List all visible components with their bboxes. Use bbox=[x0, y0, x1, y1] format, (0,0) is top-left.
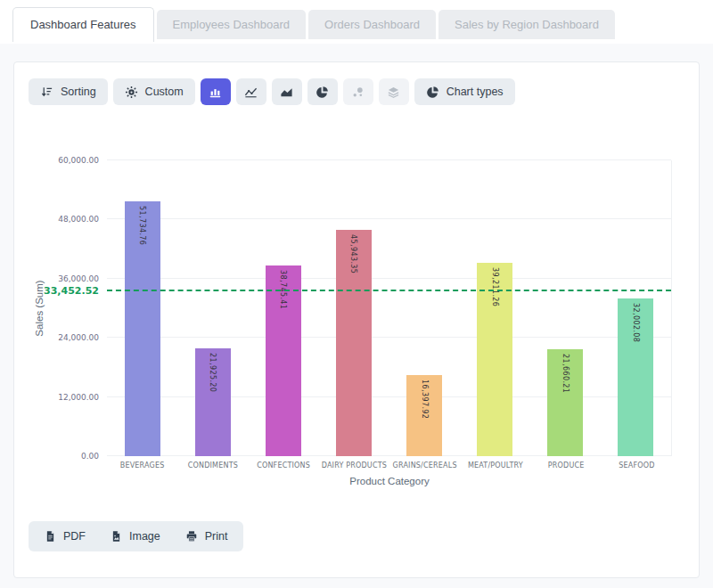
export-pdf-button[interactable]: PDF bbox=[45, 530, 86, 543]
x-tick-label: CONDIMENTS bbox=[177, 461, 248, 470]
threshold-line: 33,452.52 bbox=[107, 290, 671, 291]
y-tick-label: 24,000.00 bbox=[58, 333, 99, 342]
bar-chart: Sales (Sum) 0.0012,000.0024,000.0036,000… bbox=[14, 116, 699, 494]
dashboard-card: Sorting Custom bbox=[13, 61, 700, 578]
export-image-label: Image bbox=[129, 530, 160, 543]
bar-value-label: 32,002.08 bbox=[632, 303, 640, 342]
bar-value-label: 51,734.76 bbox=[138, 206, 146, 245]
x-tick-label: GRAINS/CEREALS bbox=[389, 461, 460, 470]
y-tick-label: 12,000.00 bbox=[58, 393, 99, 402]
custom-label: Custom bbox=[145, 86, 184, 98]
x-tick-label: MEAT/POULTRY bbox=[460, 461, 530, 470]
bar-value-label: 21,660.21 bbox=[561, 354, 570, 393]
page-content: Sorting Custom bbox=[0, 44, 713, 588]
x-axis-labels: BEVERAGESCONDIMENTSCONFECTIONSDAIRY PROD… bbox=[107, 461, 672, 470]
sorting-button[interactable]: Sorting bbox=[29, 78, 108, 105]
y-tick-label: 60,000.00 bbox=[58, 156, 99, 165]
chart-types-button[interactable]: Chart types bbox=[414, 78, 515, 105]
bar-confections[interactable]: 38,745.41 bbox=[266, 265, 301, 456]
area-chart-icon bbox=[280, 86, 293, 99]
bar-grains-cereals[interactable]: 16,397.92 bbox=[406, 375, 442, 456]
stacked-chart-type-button[interactable] bbox=[379, 78, 409, 105]
chart-toolbar: Sorting Custom bbox=[29, 78, 699, 105]
tab-orders-dashboard[interactable]: Orders Dashboard bbox=[308, 10, 436, 39]
tab-employees-dashboard[interactable]: Employees Dashboard bbox=[157, 10, 307, 39]
file-image-icon bbox=[111, 530, 122, 543]
pie-chart-icon bbox=[316, 86, 329, 99]
custom-button[interactable]: Custom bbox=[113, 78, 195, 105]
y-tick-label: 36,000.00 bbox=[58, 274, 99, 283]
export-image-button[interactable]: Image bbox=[111, 530, 160, 543]
print-label: Print bbox=[205, 530, 228, 543]
bar-dairy-products[interactable]: 45,943.35 bbox=[336, 230, 372, 456]
bar-produce[interactable]: 21,660.21 bbox=[547, 349, 583, 456]
y-tick-label: 0.00 bbox=[81, 452, 99, 461]
bar-meat-poultry[interactable]: 39,211.26 bbox=[477, 263, 512, 456]
pie-chart-type-button[interactable] bbox=[307, 78, 338, 105]
pie-chart-icon bbox=[426, 86, 439, 99]
plot-area: 0.0012,000.0024,000.0036,000.0048,000.00… bbox=[107, 160, 672, 456]
chart-types-label: Chart types bbox=[447, 86, 504, 98]
x-tick-label: SEAFOOD bbox=[602, 461, 672, 470]
stacked-chart-icon bbox=[387, 86, 400, 99]
file-pdf-icon bbox=[45, 530, 56, 543]
bar-value-label: 21,925.20 bbox=[209, 353, 217, 392]
threshold-label: 33,452.52 bbox=[44, 285, 99, 297]
tab-sales-by-region-dashboard[interactable]: Sales by Region Dashboard bbox=[438, 10, 615, 39]
line-chart-icon bbox=[244, 86, 258, 99]
x-tick-label: DAIRY PRODUCTS bbox=[319, 461, 389, 470]
bars-container: 51,734.7621,925.2038,745.4145,943.3516,3… bbox=[107, 160, 671, 456]
x-tick-label: CONFECTIONS bbox=[249, 461, 319, 470]
export-pdf-label: PDF bbox=[63, 530, 86, 543]
sorting-label: Sorting bbox=[61, 86, 96, 98]
tab-dashboard-features[interactable]: Dashboard Features bbox=[12, 7, 154, 42]
tab-bar: Dashboard Features Employees Dashboard O… bbox=[0, 0, 713, 44]
bar-chart-icon bbox=[209, 86, 222, 99]
printer-icon bbox=[185, 530, 198, 543]
sort-amount-icon bbox=[40, 86, 53, 99]
bar-condiments[interactable]: 21,925.20 bbox=[195, 348, 231, 456]
y-tick-label: 48,000.00 bbox=[58, 215, 99, 224]
bar-value-label: 16,397.92 bbox=[421, 380, 429, 419]
gear-icon bbox=[125, 86, 138, 99]
bar-seafood[interactable]: 32,002.08 bbox=[618, 298, 653, 456]
x-axis-title: Product Category bbox=[107, 476, 672, 486]
print-button[interactable]: Print bbox=[185, 530, 228, 543]
bubble-chart-icon bbox=[351, 86, 365, 99]
bar-value-label: 39,211.26 bbox=[491, 267, 499, 306]
x-tick-label: PRODUCE bbox=[531, 461, 602, 470]
bar-chart-type-button[interactable] bbox=[201, 78, 231, 105]
bar-value-label: 45,943.35 bbox=[349, 234, 357, 274]
line-chart-type-button[interactable] bbox=[236, 78, 266, 105]
area-chart-type-button[interactable] bbox=[272, 78, 302, 105]
x-tick-label: BEVERAGES bbox=[107, 461, 177, 470]
export-button-group: PDF Image Print bbox=[29, 521, 243, 551]
bar-beverages[interactable]: 51,734.76 bbox=[125, 201, 160, 456]
bubble-chart-type-button[interactable] bbox=[343, 78, 373, 105]
